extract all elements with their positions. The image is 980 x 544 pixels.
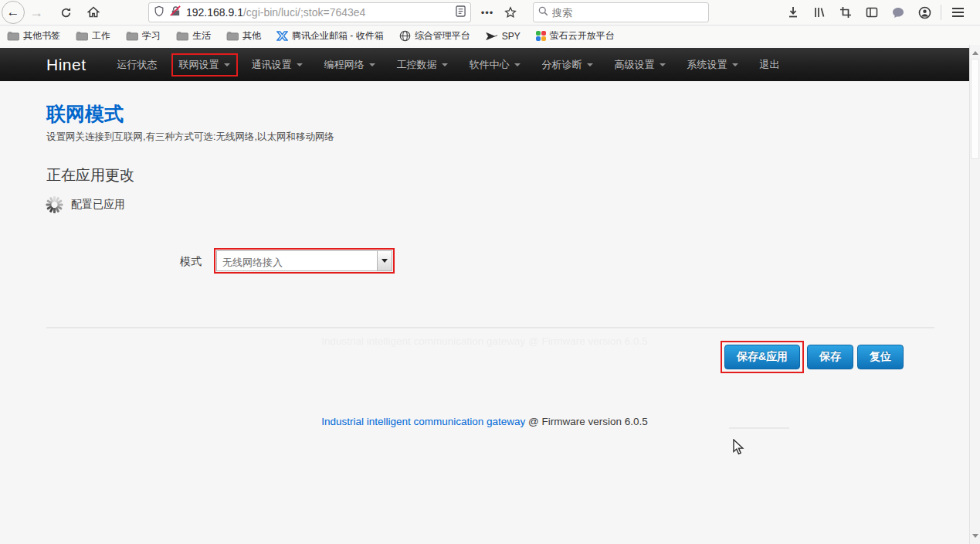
url-path: /cgi-bin/luci/;stok=7643e4 xyxy=(243,6,456,19)
forward-button[interactable]: → xyxy=(25,1,48,24)
mode-select[interactable]: 无线网络接入 xyxy=(216,250,392,271)
url-host: 192.168.9.1 xyxy=(186,6,243,19)
nav-advanced-settings[interactable]: 高级设置 xyxy=(604,53,677,76)
reader-mode-icon[interactable] xyxy=(456,5,466,20)
screenshot-icon[interactable] xyxy=(832,1,859,24)
browser-toolbar: ← → 192.168.9.1 /cgi-bin/luci/;stok=7643… xyxy=(0,0,980,26)
nav-network-settings[interactable]: 联网设置 xyxy=(171,53,238,76)
tracking-shield-icon[interactable] xyxy=(154,5,164,20)
faint-artifact-line xyxy=(729,427,789,429)
bookmark-folder-other[interactable]: 其他书签 xyxy=(3,28,64,44)
save-apply-annotation-box: 保存&应用 xyxy=(721,341,804,373)
chevron-down-icon xyxy=(297,63,303,66)
loading-spinner-icon xyxy=(43,194,65,216)
search-input[interactable] xyxy=(552,7,683,19)
nav-running-status[interactable]: 运行状态 xyxy=(107,53,168,76)
bookmark-tencent-exmail[interactable]: 腾讯企业邮箱 - 收件箱 xyxy=(273,28,388,44)
bookmark-folder-misc[interactable]: 其他 xyxy=(222,28,265,44)
page-footer: Industrial intelligent communication gat… xyxy=(0,416,969,427)
bookmark-spy[interactable]: SPY xyxy=(482,29,524,43)
reset-button[interactable]: 复位 xyxy=(857,345,904,369)
page-subtitle: 设置网关连接到互联网,有三种方式可选:无线网络,以太网和移动网络 xyxy=(46,131,334,144)
nav-system-settings[interactable]: 系统设置 xyxy=(677,53,749,76)
mode-label: 模式 xyxy=(180,255,202,269)
save-apply-button[interactable]: 保存&应用 xyxy=(724,345,800,369)
scroll-up-arrow[interactable] xyxy=(972,51,978,55)
mode-select-annotation-box: 无线网络接入 xyxy=(214,248,395,274)
bookmark-ezviz-open-platform[interactable]: 萤石云开放平台 xyxy=(532,28,619,44)
insecure-lock-icon[interactable] xyxy=(170,5,181,20)
scroll-down-arrow[interactable] xyxy=(972,534,978,538)
footer-link[interactable]: Industrial intelligent communication gat… xyxy=(321,416,525,427)
config-applied-status: 配置已应用 xyxy=(71,198,125,212)
mouse-cursor xyxy=(732,439,744,459)
nav-industrial-data[interactable]: 工控数据 xyxy=(386,53,459,76)
nav-software-center[interactable]: 软件中心 xyxy=(459,53,531,76)
account-icon[interactable] xyxy=(911,1,938,24)
footer-version: @ Firmware version 6.0.5 xyxy=(525,416,648,427)
scrollbar-thumb[interactable] xyxy=(971,59,979,159)
menu-button[interactable] xyxy=(944,1,971,24)
colorful-grid-icon xyxy=(536,31,546,41)
nav-analysis-diagnosis[interactable]: 分析诊断 xyxy=(531,53,604,76)
chevron-down-icon xyxy=(224,63,230,66)
site-navbar: Hinet 运行状态 联网设置 通讯设置 编程网络 工控数据 软件中心 分析诊断… xyxy=(0,48,969,81)
globe-icon xyxy=(399,30,411,42)
tencent-exmail-icon xyxy=(276,31,288,41)
mode-select-value: 无线网络接入 xyxy=(217,251,377,270)
bookmarks-bar: 其他书签 工作 学习 生活 其他 腾讯企业邮箱 - 收件箱 综合管理平台 SPY… xyxy=(0,26,980,46)
vertical-scrollbar[interactable] xyxy=(969,45,980,544)
library-icon[interactable] xyxy=(806,1,832,24)
chevron-down-icon xyxy=(369,63,375,66)
chevron-down-icon xyxy=(442,63,448,66)
reload-button[interactable] xyxy=(54,1,77,24)
section-divider xyxy=(46,327,934,328)
back-button[interactable]: ← xyxy=(2,1,25,24)
applying-status-row: 配置已应用 xyxy=(43,194,125,216)
brand-logo[interactable]: Hinet xyxy=(46,56,86,74)
bookmark-star-icon[interactable] xyxy=(499,1,522,24)
bookmark-folder-life[interactable]: 生活 xyxy=(172,28,215,44)
messenger-icon[interactable] xyxy=(885,1,911,24)
url-bar[interactable]: 192.168.9.1 /cgi-bin/luci/;stok=7643e4 xyxy=(148,2,471,22)
applying-changes-heading: 正在应用更改 xyxy=(46,165,134,185)
bookmark-management-platform[interactable]: 综合管理平台 xyxy=(395,28,474,44)
page-content: 联网模式 设置网关连接到互联网,有三种方式可选:无线网络,以太网和移动网络 正在… xyxy=(0,81,969,544)
nav-programming-network[interactable]: 编程网络 xyxy=(314,53,386,76)
bookmark-folder-work[interactable]: 工作 xyxy=(72,28,114,44)
search-icon xyxy=(538,5,548,19)
plane-icon xyxy=(486,32,498,41)
chevron-down-icon xyxy=(732,63,738,66)
nav-comm-settings[interactable]: 通讯设置 xyxy=(241,53,314,76)
toolbar-separator xyxy=(941,5,941,20)
save-button[interactable]: 保存 xyxy=(807,345,853,369)
chevron-down-icon xyxy=(514,63,521,66)
search-box[interactable] xyxy=(533,2,709,22)
downloads-icon[interactable] xyxy=(780,1,806,24)
home-button[interactable] xyxy=(82,1,105,24)
page-actions-button[interactable]: ••• xyxy=(476,1,499,24)
dropdown-arrow-button[interactable] xyxy=(377,251,392,270)
page-title: 联网模式 xyxy=(46,101,124,127)
chevron-down-icon xyxy=(660,63,666,66)
chevron-down-icon xyxy=(587,63,593,66)
nav-logout[interactable]: 退出 xyxy=(749,53,791,76)
bookmark-folder-study[interactable]: 学习 xyxy=(122,28,164,44)
sidebar-toggle-icon[interactable] xyxy=(859,1,885,24)
button-row: 保存&应用 保存 复位 xyxy=(0,341,969,375)
